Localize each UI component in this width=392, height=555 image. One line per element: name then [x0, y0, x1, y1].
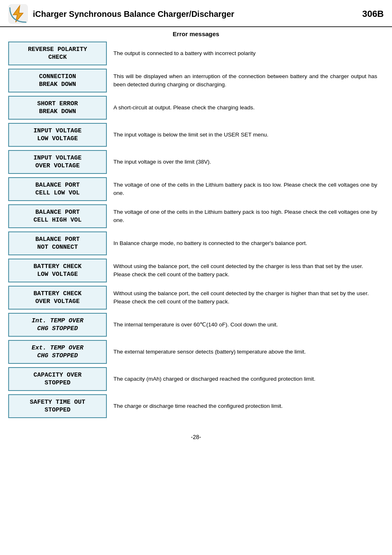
error-desc-int-temp-over: The internal temperature is over 60℃(140… [107, 313, 384, 337]
error-desc-battery-check-over: Without using the balance port, the cell… [107, 286, 384, 310]
error-row: BALANCE PORT CELL LOW VOL The voltage of… [8, 177, 384, 201]
error-desc-capacity-over: The capacity (mAh) charged or discharged… [107, 367, 384, 391]
error-desc-balance-port-cell-high: The voltage of one of the cells in the L… [107, 204, 384, 228]
error-label-line2: OVER VOLTAGE [35, 162, 80, 170]
error-row: CAPACITY OVER STOPPED The capacity (mAh)… [8, 367, 384, 391]
error-row: REVERSE POLARITY CHECK The output is con… [8, 42, 384, 65]
error-label-line1: SAFETY TIME OUT [30, 398, 85, 407]
error-row: INPUT VOLTAGE LOW VOLTAGE The input volt… [8, 123, 384, 147]
error-label-line1: BATTERY CHECK [33, 290, 81, 298]
error-label-line1: INPUT VOLTAGE [33, 127, 81, 135]
error-label-line2: BREAK DOWN [39, 108, 76, 116]
error-label-line1: BALANCE PORT [35, 236, 80, 244]
error-desc-reverse-polarity: The output is connected to a battery wit… [107, 42, 384, 65]
error-label-short-error: SHORT ERROR BREAK DOWN [8, 96, 107, 120]
error-label-line1: CAPACITY OVER [33, 371, 81, 379]
error-desc-ext-temp-over: The external temperature sensor detects … [107, 340, 384, 364]
error-label-balance-port-cell-high: BALANCE PORT CELL HIGH VOL [8, 204, 107, 228]
error-desc-input-voltage-over: The input voltage is over the limit (38V… [107, 150, 384, 174]
error-label-line1: BALANCE PORT [35, 208, 80, 217]
error-label-safety-time-out: SAFETY TIME OUT STOPPED [8, 394, 107, 418]
error-label-capacity-over: CAPACITY OVER STOPPED [8, 367, 107, 391]
error-row: BATTERY CHECK OVER VOLTAGE Without using… [8, 286, 384, 310]
error-row: BATTERY CHECK LOW VOLTAGE Without using … [8, 259, 384, 282]
header-model: 306B [362, 9, 384, 19]
error-label-line2: CHG STOPPED [37, 325, 78, 333]
error-label-line1: CONNECTION [39, 73, 76, 81]
error-label-line2: LOW VOLTAGE [37, 271, 78, 279]
error-desc-balance-port-not-connect: In Balance charge mode, no battery is co… [107, 231, 384, 255]
page: iCharger Synchronous Balance Charger/Dis… [0, 0, 392, 555]
error-label-line2: CELL LOW VOL [35, 189, 80, 197]
error-desc-input-voltage-low: The input voltage is below the limit set… [107, 123, 384, 147]
error-label-ext-temp-over: Ext. TEMP OVER CHG STOPPED [8, 340, 107, 364]
error-desc-balance-port-cell-low: The voltage of one of the cells in the L… [107, 177, 384, 201]
error-label-balance-port-cell-low: BALANCE PORT CELL LOW VOL [8, 177, 107, 201]
error-label-line1: INPUT VOLTAGE [33, 154, 81, 162]
error-label-line2: STOPPED [44, 406, 70, 414]
error-desc-battery-check-low: Without using the balance port, the cell… [107, 259, 384, 282]
error-label-line1: BALANCE PORT [35, 181, 80, 190]
header-title: iCharger Synchronous Balance Charger/Dis… [33, 9, 362, 19]
logo [8, 4, 28, 24]
error-list: REVERSE POLARITY CHECK The output is con… [0, 42, 392, 430]
error-label-battery-check-over: BATTERY CHECK OVER VOLTAGE [8, 286, 107, 310]
footer-page: -28- [0, 430, 392, 444]
error-label-line2: CHECK [48, 53, 67, 62]
error-label-line2: CELL HIGH VOL [33, 216, 81, 224]
error-desc-connection-break: This will be displayed when an interrupt… [107, 69, 384, 92]
error-row: SHORT ERROR BREAK DOWN A short-circuit a… [8, 96, 384, 120]
error-row: Ext. TEMP OVER CHG STOPPED The external … [8, 340, 384, 364]
error-label-input-voltage-low: INPUT VOLTAGE LOW VOLTAGE [8, 123, 107, 147]
error-desc-short-error: A short-circuit at output. Please check … [107, 96, 384, 120]
error-label-line1: Int. TEMP OVER [32, 317, 83, 325]
error-label-line2: STOPPED [44, 379, 70, 387]
error-label-input-voltage-over: INPUT VOLTAGE OVER VOLTAGE [8, 150, 107, 174]
error-label-line2: LOW VOLTAGE [37, 135, 78, 143]
error-row: BALANCE PORT CELL HIGH VOL The voltage o… [8, 204, 384, 228]
error-label-connection-break: CONNECTION BREAK DOWN [8, 69, 107, 92]
error-row: INPUT VOLTAGE OVER VOLTAGE The input vol… [8, 150, 384, 174]
error-row: CONNECTION BREAK DOWN This will be displ… [8, 69, 384, 92]
error-row: Int. TEMP OVER CHG STOPPED The internal … [8, 313, 384, 337]
error-row: BALANCE PORT NOT CONNECT In Balance char… [8, 231, 384, 255]
error-desc-safety-time-out: The charge or discharge time reached the… [107, 394, 384, 418]
error-label-reverse-polarity: REVERSE POLARITY CHECK [8, 42, 107, 65]
error-label-line2: NOT CONNECT [37, 243, 78, 252]
header: iCharger Synchronous Balance Charger/Dis… [0, 0, 392, 27]
error-label-line2: BREAK DOWN [39, 81, 76, 89]
error-row: SAFETY TIME OUT STOPPED The charge or di… [8, 394, 384, 418]
error-label-line1: Ext. TEMP OVER [32, 344, 83, 352]
error-label-balance-port-not-connect: BALANCE PORT NOT CONNECT [8, 231, 107, 255]
error-label-line1: REVERSE POLARITY [28, 46, 87, 54]
error-label-line1: SHORT ERROR [37, 100, 78, 108]
error-label-line2: OVER VOLTAGE [35, 298, 80, 306]
error-label-battery-check-low: BATTERY CHECK LOW VOLTAGE [8, 259, 107, 282]
error-label-line2: CHG STOPPED [37, 352, 78, 360]
error-label-line1: BATTERY CHECK [33, 263, 81, 271]
error-label-int-temp-over: Int. TEMP OVER CHG STOPPED [8, 313, 107, 337]
section-title: Error messages [0, 27, 392, 42]
